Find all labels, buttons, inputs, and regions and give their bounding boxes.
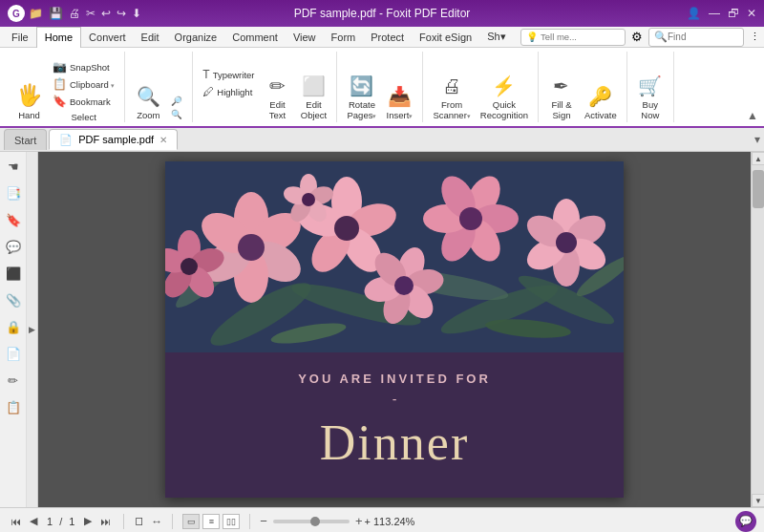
bookmark-button[interactable]: 🔖 Bookmark [49,94,118,109]
sidebar-edit-icon[interactable]: ✏ [3,370,24,391]
user-icon[interactable]: 👤 [687,7,701,20]
zoom-in-button[interactable]: + [355,514,363,528]
sidebar-security-icon[interactable]: 🔒 [3,316,24,337]
scroll-up-button[interactable]: ▲ [752,152,764,165]
rotate-pages-button[interactable]: 🔄 RotatePages▾ [343,65,380,122]
menu-bar: File Home Convert Edit Organize Comment … [0,27,764,48]
sidebar-layers-icon[interactable]: ⬛ [3,263,24,284]
ribbon-group-sign-items: ✒ Fill &Sign 🔑 Activate [544,52,621,122]
menu-file[interactable]: File [4,27,36,48]
continuous-view-button[interactable]: ≡ [202,514,220,529]
view-mode-buttons: ▭ ≡ ▯▯ [182,514,240,529]
zoom-in-button[interactable]: 🔎 [167,95,186,107]
menu-view[interactable]: View [286,27,324,48]
search-box[interactable]: 🔍 [648,28,744,47]
print-icon[interactable]: 🖨 [69,7,80,20]
search-input[interactable] [668,32,744,42]
title-bar-toolbar: 📁 💾 🖨 ✂ ↩ ↪ ⬇ [29,7,141,20]
tab-start[interactable]: Start [4,129,47,150]
cut-icon[interactable]: ✂ [86,7,96,20]
zoom-button[interactable]: 🔍 Zoom [131,65,165,122]
fit-width-button[interactable]: ↔ [151,515,162,528]
sidebar-comment-icon[interactable]: 💬 [3,236,24,257]
snapshot-button[interactable]: 📷 SnapShot [49,59,118,74]
pdf-flower-image [165,161,624,352]
scrollbar-track[interactable] [752,165,764,494]
edit-text-button[interactable]: ✏ EditText [260,65,294,122]
hand-button[interactable]: 🖐 Hand [11,65,47,122]
select-label: Select [49,112,118,122]
menu-home[interactable]: Home [36,27,81,48]
zoom-out-button[interactable]: − [260,514,267,528]
fill-sign-button[interactable]: ✒ Fill &Sign [544,65,579,122]
tell-me-icon: 💡 [526,32,538,42]
typewriter-button[interactable]: T Typewriter [199,67,258,82]
tell-me-input[interactable] [541,32,622,42]
close-button[interactable]: ✕ [747,7,756,20]
scanner-icon: 🖨 [442,75,461,97]
insert-button[interactable]: 📥 Insert▾ [382,65,416,122]
ribbon-collapse-icon[interactable]: ▲ [747,109,758,122]
menu-foxit-esign[interactable]: Foxit eSign [412,27,479,48]
clipboard-button[interactable]: 📋 Clipboard ▾ [49,76,118,92]
ribbon-group-pages-items: 🔄 RotatePages▾ 📥 Insert▾ [343,52,416,122]
single-page-view-button[interactable]: ▭ [182,514,200,529]
activate-button[interactable]: 🔑 Activate [581,65,621,122]
highlight-button[interactable]: 🖊 Highlight [199,84,258,99]
tab-pdf[interactable]: 📄 PDF sample.pdf ✕ [49,129,178,150]
fill-sign-icon: ✒ [553,74,569,97]
minimize-button[interactable]: — [709,7,720,20]
sidebar-bookmark-icon[interactable]: 🔖 [3,209,24,230]
first-page-button[interactable]: ⏮ [8,515,24,528]
from-scanner-button[interactable]: 🖨 FromScanner▾ [429,65,474,122]
tab-pdf-icon: 📄 [59,134,73,146]
window-title: PDF sample.pdf - Foxit PDF Editor [294,7,471,20]
menu-share[interactable]: Sh▾ [479,27,513,48]
quick-recognition-button[interactable]: ⚡ QuickRecognition [477,65,532,122]
menu-edit[interactable]: Edit [134,27,167,48]
sidebar-hand-icon[interactable]: ☚ [3,156,24,177]
highlight-icon: 🖊 [202,85,214,98]
zoom-in-icon: 🔎 [171,96,182,106]
maximize-button[interactable]: 🗗 [728,7,739,20]
chat-button[interactable]: 💬 [735,511,756,532]
tab-dropdown-button[interactable]: ▾ [754,133,760,146]
two-page-view-button[interactable]: ▯▯ [223,514,240,529]
undo-icon[interactable]: ↩ [101,7,111,20]
edit-object-button[interactable]: ⬜ EditObject [296,65,330,122]
menu-comment[interactable]: Comment [224,27,286,48]
zoom-percent-label: + 113.24% [365,516,415,527]
zoom-out-button[interactable]: 🔍 [167,108,186,120]
buy-now-button[interactable]: 🛒 BuyNow [633,65,668,122]
next-page-button[interactable]: ▶ [81,514,95,528]
more-icon[interactable]: ⬇ [132,7,141,20]
menu-form[interactable]: Form [324,27,364,48]
open-icon[interactable]: 📁 [29,7,43,20]
last-page-button[interactable]: ⏭ [97,515,114,528]
ribbon-group-hand: 🖐 Hand 📷 SnapShot 📋 Clipboard ▾ 🔖 Book [6,52,125,122]
zoom-thumb[interactable] [310,517,320,526]
sidebar-attach-icon[interactable]: 📎 [3,289,24,310]
menu-organize[interactable]: Organize [167,27,225,48]
buy-now-label: BuyNow [641,99,659,120]
save-icon[interactable]: 💾 [49,7,63,20]
fit-page-button[interactable]: 🗌 [134,515,145,528]
sidebar-pages-icon[interactable]: 📑 [3,182,24,203]
redo-icon[interactable]: ↪ [117,7,126,20]
sidebar-expand-button[interactable]: ▶ [27,152,38,507]
from-scanner-label: FromScanner▾ [433,99,470,120]
ribbon-group-scanner: 🖨 FromScanner▾ ⚡ QuickRecognition [423,52,539,122]
settings-icon[interactable]: ⚙ [631,30,643,44]
prev-page-button[interactable]: ◀ [27,514,40,528]
sidebar-doc-icon[interactable]: 📄 [3,343,24,364]
ribbon-group-pages: 🔄 RotatePages▾ 📥 Insert▾ [337,52,423,122]
menu-convert[interactable]: Convert [81,27,134,48]
tell-me-box[interactable]: 💡 [520,29,626,46]
menu-protect[interactable]: Protect [363,27,412,48]
tab-close-button[interactable]: ✕ [159,135,167,145]
sidebar-copy-icon[interactable]: 📋 [3,396,24,417]
zoom-slider[interactable] [273,520,350,523]
more-ribbon-icon[interactable]: ⋮ [750,31,760,43]
scroll-down-button[interactable]: ▼ [752,494,764,507]
scrollbar-thumb[interactable] [753,170,764,208]
